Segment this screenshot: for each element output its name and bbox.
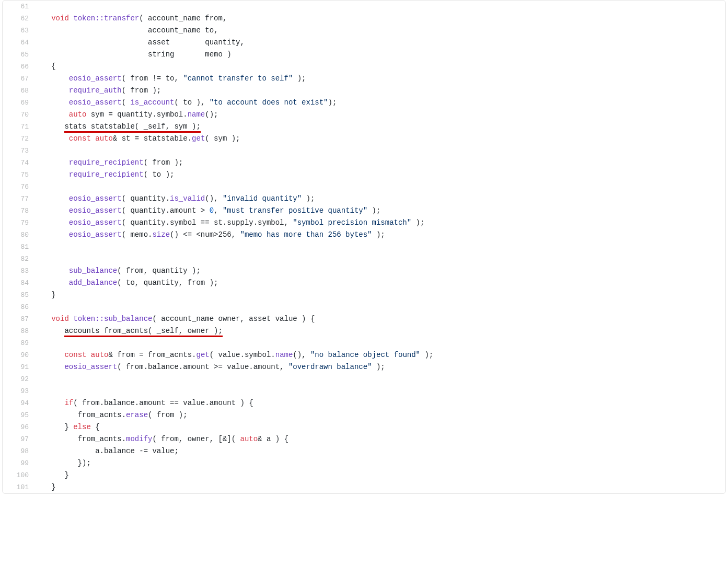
- line-number[interactable]: 92: [3, 373, 38, 385]
- code-content[interactable]: [38, 181, 725, 193]
- code-content[interactable]: eosio_assert( from != to, "cannot transf…: [38, 73, 725, 85]
- code-line: 69 eosio_assert( is_account( to ), "to a…: [3, 97, 725, 109]
- code-content[interactable]: asset quantity,: [38, 37, 725, 49]
- line-number[interactable]: 82: [3, 253, 38, 265]
- code-content[interactable]: [38, 1, 725, 13]
- line-number[interactable]: 83: [3, 265, 38, 277]
- line-number[interactable]: 100: [3, 469, 38, 481]
- code-content[interactable]: account_name to,: [38, 25, 725, 37]
- line-number[interactable]: 75: [3, 169, 38, 181]
- line-number[interactable]: 70: [3, 109, 38, 121]
- line-number[interactable]: 96: [3, 421, 38, 433]
- line-number[interactable]: 88: [3, 325, 38, 337]
- line-number[interactable]: 79: [3, 217, 38, 229]
- code-content[interactable]: const auto& st = statstable.get( sym );: [38, 133, 725, 145]
- code-content[interactable]: add_balance( to, quantity, from );: [38, 277, 725, 289]
- code-line: 83 sub_balance( from, quantity );: [3, 265, 725, 277]
- code-content[interactable]: }: [38, 289, 725, 301]
- code-content[interactable]: [38, 241, 725, 253]
- code-line: 86: [3, 301, 725, 313]
- line-number[interactable]: 94: [3, 397, 38, 409]
- line-number[interactable]: 65: [3, 49, 38, 61]
- line-number[interactable]: 85: [3, 289, 38, 301]
- code-line: 68 require_auth( from );: [3, 85, 725, 97]
- line-number[interactable]: 69: [3, 97, 38, 109]
- line-number[interactable]: 61: [3, 1, 38, 13]
- line-number[interactable]: 71: [3, 121, 38, 133]
- code-line: 100 }: [3, 469, 725, 481]
- line-number[interactable]: 89: [3, 337, 38, 349]
- line-number[interactable]: 87: [3, 313, 38, 325]
- line-number[interactable]: 63: [3, 25, 38, 37]
- code-line: 82: [3, 253, 725, 265]
- code-line: 93: [3, 385, 725, 397]
- line-number[interactable]: 73: [3, 145, 38, 157]
- code-line: 84 add_balance( to, quantity, from );: [3, 277, 725, 289]
- code-content[interactable]: require_auth( from );: [38, 85, 725, 97]
- line-number[interactable]: 74: [3, 157, 38, 169]
- code-line: 85 }: [3, 289, 725, 301]
- code-line: 75 require_recipient( to );: [3, 169, 725, 181]
- code-line: 96 } else {: [3, 421, 725, 433]
- code-content[interactable]: eosio_assert( quantity.is_valid(), "inva…: [38, 193, 725, 205]
- line-number[interactable]: 67: [3, 73, 38, 85]
- code-content[interactable]: [38, 373, 725, 385]
- code-line: 94 if( from.balance.amount == value.amou…: [3, 397, 725, 409]
- line-number[interactable]: 101: [3, 481, 38, 493]
- code-content[interactable]: accounts from_acnts( _self, owner );: [38, 325, 725, 337]
- code-line: 62 void token::transfer( account_name fr…: [3, 13, 725, 25]
- line-number[interactable]: 93: [3, 385, 38, 397]
- code-content[interactable]: void token::sub_balance( account_name ow…: [38, 313, 725, 325]
- code-content[interactable]: void token::transfer( account_name from,: [38, 13, 725, 25]
- code-content[interactable]: } else {: [38, 421, 725, 433]
- code-content[interactable]: }: [38, 481, 725, 493]
- line-number[interactable]: 95: [3, 409, 38, 421]
- line-number[interactable]: 68: [3, 85, 38, 97]
- code-content[interactable]: auto sym = quantity.symbol.name();: [38, 109, 725, 121]
- code-content[interactable]: }: [38, 469, 725, 481]
- code-content[interactable]: a.balance -= value;: [38, 445, 725, 457]
- line-number[interactable]: 90: [3, 349, 38, 361]
- line-number[interactable]: 77: [3, 193, 38, 205]
- code-content[interactable]: [38, 253, 725, 265]
- code-line: 61: [3, 1, 725, 13]
- code-content[interactable]: const auto& from = from_acnts.get( value…: [38, 349, 725, 361]
- code-content[interactable]: require_recipient( to );: [38, 169, 725, 181]
- code-content[interactable]: [38, 301, 725, 313]
- line-number[interactable]: 98: [3, 445, 38, 457]
- code-content[interactable]: if( from.balance.amount == value.amount …: [38, 397, 725, 409]
- code-content[interactable]: require_recipient( from );: [38, 157, 725, 169]
- line-number[interactable]: 80: [3, 229, 38, 241]
- code-content[interactable]: eosio_assert( is_account( to ), "to acco…: [38, 97, 725, 109]
- code-content[interactable]: sub_balance( from, quantity );: [38, 265, 725, 277]
- code-content[interactable]: [38, 385, 725, 397]
- code-content[interactable]: string memo ): [38, 49, 725, 61]
- line-number[interactable]: 81: [3, 241, 38, 253]
- code-line: 90 const auto& from = from_acnts.get( va…: [3, 349, 725, 361]
- code-content[interactable]: stats statstable( _self, sym );: [38, 121, 725, 133]
- line-number[interactable]: 62: [3, 13, 38, 25]
- line-number[interactable]: 86: [3, 301, 38, 313]
- line-number[interactable]: 72: [3, 133, 38, 145]
- code-line: 98 a.balance -= value;: [3, 445, 725, 457]
- code-content[interactable]: });: [38, 457, 725, 469]
- code-content[interactable]: from_acnts.erase( from );: [38, 409, 725, 421]
- code-content[interactable]: [38, 145, 725, 157]
- line-number[interactable]: 66: [3, 61, 38, 73]
- line-number[interactable]: 78: [3, 205, 38, 217]
- code-content[interactable]: eosio_assert( quantity.amount > 0, "must…: [38, 205, 725, 217]
- line-number[interactable]: 91: [3, 361, 38, 373]
- line-number[interactable]: 99: [3, 457, 38, 469]
- line-number[interactable]: 97: [3, 433, 38, 445]
- line-number[interactable]: 84: [3, 277, 38, 289]
- code-content[interactable]: [38, 337, 725, 349]
- line-number[interactable]: 64: [3, 37, 38, 49]
- code-content[interactable]: {: [38, 61, 725, 73]
- code-line: 73: [3, 145, 725, 157]
- code-content[interactable]: eosio_assert( quantity.symbol == st.supp…: [38, 217, 725, 229]
- code-line: 99 });: [3, 457, 725, 469]
- line-number[interactable]: 76: [3, 181, 38, 193]
- code-content[interactable]: eosio_assert( memo.size() <= <num>256, "…: [38, 229, 725, 241]
- code-content[interactable]: from_acnts.modify( from, owner, [&]( aut…: [38, 433, 725, 445]
- code-content[interactable]: eosio_assert( from.balance.amount >= val…: [38, 361, 725, 373]
